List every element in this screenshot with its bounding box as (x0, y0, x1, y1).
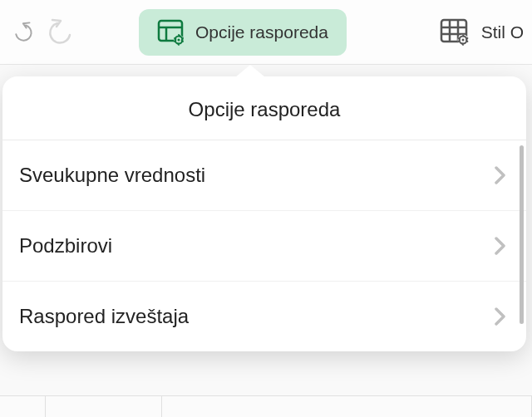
menu-item-grand-totals[interactable]: Sveukupne vrednosti (2, 140, 526, 211)
menu-item-label: Sveukupne vrednosti (19, 164, 205, 187)
chevron-right-icon (495, 237, 506, 255)
layout-options-popup: Opcije rasporeda Sveukupne vrednosti Pod… (2, 76, 526, 351)
style-button[interactable]: Stil O (428, 10, 524, 55)
spreadsheet-row-peek (0, 395, 532, 417)
chevron-right-icon (495, 166, 506, 184)
style-label: Stil O (481, 22, 524, 42)
menu-item-subtotals[interactable]: Podzbirovi (2, 211, 526, 282)
svg-point-13 (461, 38, 464, 41)
redo-button[interactable] (41, 12, 81, 52)
undo-icon (8, 18, 37, 47)
chevron-right-icon (495, 307, 506, 326)
layout-options-button[interactable]: Opcije rasporeda (139, 9, 347, 56)
layout-options-icon (157, 19, 185, 46)
popup-header: Opcije rasporeda (2, 76, 526, 140)
redo-icon (47, 18, 75, 47)
menu-item-label: Raspored izveštaja (19, 305, 189, 328)
popup-title: Opcije rasporeda (2, 98, 526, 121)
svg-point-5 (178, 38, 180, 41)
menu-item-report-layout[interactable]: Raspored izveštaja (2, 282, 526, 351)
scrollbar-thumb[interactable] (520, 145, 524, 324)
toolbar-undo-redo-group (8, 12, 81, 52)
layout-options-label: Opcije rasporeda (195, 22, 328, 42)
undo-button[interactable] (8, 14, 37, 51)
style-grid-icon (440, 18, 470, 47)
popup-menu-list: Sveukupne vrednosti Podzbirovi Raspored … (2, 140, 526, 351)
menu-item-label: Podzbirovi (19, 234, 112, 258)
toolbar: Opcije rasporeda Stil O (0, 0, 532, 65)
